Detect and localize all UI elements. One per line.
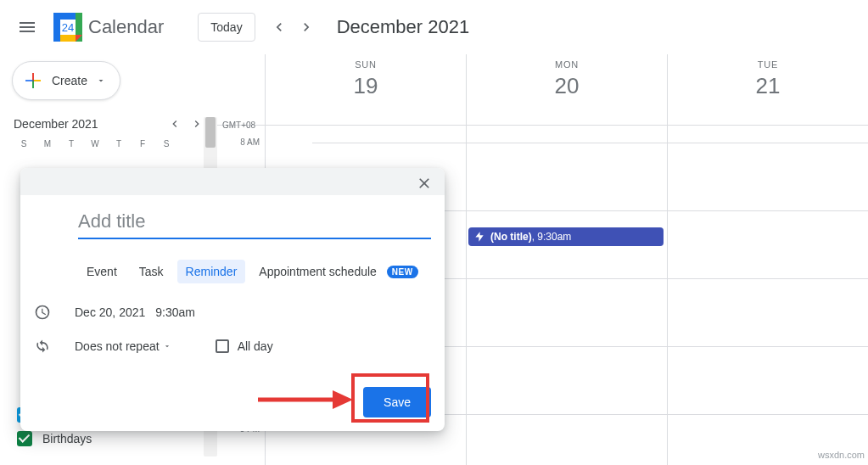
calendar-checkbox[interactable]	[17, 431, 32, 446]
mini-dow: T	[107, 139, 131, 148]
mini-dow: T	[59, 139, 83, 148]
calendar-logo: 24	[51, 10, 85, 44]
mini-prev-button[interactable]	[168, 117, 182, 131]
chevron-right-icon	[298, 19, 315, 36]
clock-icon	[34, 304, 51, 321]
mini-dow: M	[36, 139, 59, 148]
mini-next-button[interactable]	[190, 117, 204, 131]
day-column[interactable]: (No title), 9:30am	[466, 126, 667, 465]
prev-period-button[interactable]	[266, 14, 293, 41]
chevron-down-icon	[163, 342, 171, 350]
tab-appointment[interactable]: Appointment schedule	[250, 260, 380, 283]
day-number: 19	[266, 73, 466, 99]
day-number: 21	[668, 73, 868, 99]
allday-label: All day	[238, 339, 273, 353]
event-chip[interactable]: (No title), 9:30am	[468, 227, 664, 246]
close-button[interactable]	[412, 171, 436, 195]
create-button[interactable]: Create	[12, 61, 120, 100]
svg-text:24: 24	[62, 21, 74, 34]
svg-rect-3	[53, 13, 60, 42]
allday-option[interactable]: All day	[216, 339, 273, 353]
svg-rect-11	[32, 80, 34, 81]
mini-dow: S	[12, 139, 36, 148]
mini-dow: W	[83, 139, 107, 148]
app-name: Calendar	[88, 16, 164, 38]
tab-task[interactable]: Task	[131, 260, 172, 283]
save-button[interactable]: Save	[363, 387, 431, 417]
mini-calendar-header: December 2021	[12, 117, 205, 131]
type-tabs: Event Task Reminder Appointment schedule…	[34, 260, 431, 283]
day-of-week: TUE	[668, 59, 868, 70]
create-label: Create	[52, 74, 87, 87]
repeat-row: Does not repeat All day	[34, 338, 431, 355]
app-header: 24 Calendar Today December 2021	[0, 0, 868, 54]
day-number: 20	[467, 73, 667, 99]
day-header[interactable]: MON 20	[466, 54, 667, 125]
title-input[interactable]	[78, 207, 431, 239]
svg-rect-10	[25, 80, 32, 81]
mini-month-label: December 2021	[14, 117, 98, 131]
today-button[interactable]: Today	[198, 13, 255, 42]
next-period-button[interactable]	[293, 14, 320, 41]
event-title: (No title), 9:30am	[490, 231, 571, 243]
mini-dow: F	[131, 139, 154, 148]
plus-icon	[23, 70, 43, 91]
scrollbar-thumb[interactable]	[205, 117, 216, 148]
allday-checkbox[interactable]	[216, 339, 229, 353]
tab-reminder[interactable]: Reminder	[177, 260, 246, 283]
calendar-name: Birthdays	[42, 432, 92, 445]
mini-dow-row: S M T W T F S	[12, 139, 205, 148]
watermark: wsxdn.com	[818, 450, 865, 460]
repeat-select[interactable]: Does not repeat	[75, 339, 171, 353]
close-icon	[416, 175, 433, 192]
day-header[interactable]: TUE 21	[667, 54, 868, 125]
day-column[interactable]	[667, 126, 868, 465]
reminder-icon	[473, 231, 485, 243]
mini-dow: S	[154, 139, 178, 148]
day-headers: GMT+08 SUN 19 MON 20 TUE 21	[217, 54, 868, 126]
calendar-logo-icon: 24	[53, 13, 82, 42]
svg-rect-7	[32, 73, 34, 80]
time-value[interactable]: 9:30am	[155, 305, 195, 319]
current-date-range: December 2021	[337, 16, 470, 38]
tab-event[interactable]: Event	[78, 260, 126, 283]
svg-rect-8	[34, 80, 41, 81]
create-event-dialog: Event Task Reminder Appointment schedule…	[20, 168, 445, 431]
svg-rect-9	[32, 81, 34, 88]
new-badge: NEW	[387, 266, 418, 278]
date-value[interactable]: Dec 20, 2021	[75, 305, 145, 319]
timezone-column: GMT+08	[217, 54, 265, 125]
datetime-row: Dec 20, 2021 9:30am	[34, 304, 431, 321]
chevron-down-icon	[96, 76, 106, 86]
main-menu-button[interactable]	[7, 7, 48, 48]
chevron-left-icon	[271, 19, 288, 36]
repeat-icon	[34, 338, 51, 355]
day-header[interactable]: SUN 19	[265, 54, 466, 125]
day-of-week: SUN	[266, 59, 466, 70]
day-of-week: MON	[467, 59, 667, 70]
hamburger-icon	[17, 17, 37, 37]
